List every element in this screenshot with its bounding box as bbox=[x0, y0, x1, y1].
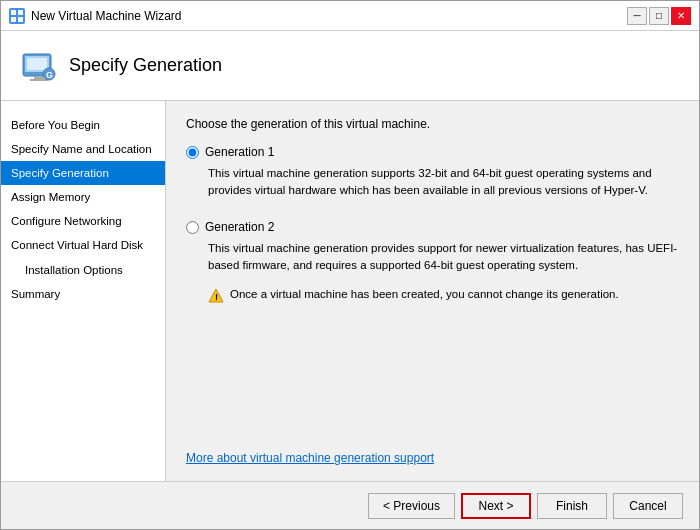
main-panel: Choose the generation of this virtual ma… bbox=[166, 101, 699, 481]
gen1-description: This virtual machine generation supports… bbox=[208, 165, 679, 200]
sidebar-item-configure-networking[interactable]: Configure Networking bbox=[1, 209, 165, 233]
gen2-radio[interactable] bbox=[186, 221, 199, 234]
title-bar: New Virtual Machine Wizard ─ □ ✕ bbox=[1, 1, 699, 31]
footer-bar: < Previous Next > Finish Cancel bbox=[1, 481, 699, 529]
more-info-link[interactable]: More about virtual machine generation su… bbox=[186, 451, 434, 465]
svg-rect-6 bbox=[27, 58, 47, 70]
gen2-label[interactable]: Generation 2 bbox=[205, 220, 274, 234]
svg-rect-3 bbox=[18, 17, 23, 22]
finish-button[interactable]: Finish bbox=[537, 493, 607, 519]
svg-rect-7 bbox=[34, 76, 44, 79]
header-icon: G bbox=[21, 48, 57, 84]
window-title: New Virtual Machine Wizard bbox=[31, 9, 627, 23]
svg-rect-2 bbox=[11, 17, 16, 22]
app-icon bbox=[9, 8, 25, 24]
gen1-radio[interactable] bbox=[186, 146, 199, 159]
warning-text: Once a virtual machine has been created,… bbox=[230, 288, 619, 300]
svg-rect-1 bbox=[18, 10, 23, 15]
sidebar-item-installation-options[interactable]: Installation Options bbox=[1, 258, 165, 282]
sidebar-item-connect-virtual-hard-disk[interactable]: Connect Virtual Hard Disk bbox=[1, 233, 165, 257]
sidebar: Before You Begin Specify Name and Locati… bbox=[1, 101, 166, 481]
gen1-label[interactable]: Generation 1 bbox=[205, 145, 274, 159]
maximize-button[interactable]: □ bbox=[649, 7, 669, 25]
sidebar-item-summary[interactable]: Summary bbox=[1, 282, 165, 306]
svg-text:!: ! bbox=[215, 292, 218, 302]
warning-row: ! Once a virtual machine has been create… bbox=[208, 288, 679, 304]
sidebar-item-before-you-begin[interactable]: Before You Begin bbox=[1, 113, 165, 137]
previous-button[interactable]: < Previous bbox=[368, 493, 455, 519]
svg-rect-0 bbox=[11, 10, 16, 15]
content-area: Before You Begin Specify Name and Locati… bbox=[1, 101, 699, 481]
minimize-button[interactable]: ─ bbox=[627, 7, 647, 25]
close-button[interactable]: ✕ bbox=[671, 7, 691, 25]
sidebar-item-specify-generation[interactable]: Specify Generation bbox=[1, 161, 165, 185]
link-area: More about virtual machine generation su… bbox=[186, 441, 679, 465]
gen2-section: Generation 2 This virtual machine genera… bbox=[186, 220, 679, 285]
sidebar-item-assign-memory[interactable]: Assign Memory bbox=[1, 185, 165, 209]
page-header: G Specify Generation bbox=[1, 31, 699, 101]
gen2-radio-row: Generation 2 bbox=[186, 220, 679, 234]
gen2-description: This virtual machine generation provides… bbox=[208, 240, 679, 275]
next-button[interactable]: Next > bbox=[461, 493, 531, 519]
main-window: New Virtual Machine Wizard ─ □ ✕ G Speci… bbox=[0, 0, 700, 530]
instruction-text: Choose the generation of this virtual ma… bbox=[186, 117, 679, 131]
window-controls: ─ □ ✕ bbox=[627, 7, 691, 25]
page-title: Specify Generation bbox=[69, 55, 222, 76]
sidebar-item-specify-name-location[interactable]: Specify Name and Location bbox=[1, 137, 165, 161]
svg-text:G: G bbox=[46, 70, 53, 80]
gen1-radio-row: Generation 1 bbox=[186, 145, 679, 159]
warning-icon: ! bbox=[208, 288, 224, 304]
cancel-button[interactable]: Cancel bbox=[613, 493, 683, 519]
